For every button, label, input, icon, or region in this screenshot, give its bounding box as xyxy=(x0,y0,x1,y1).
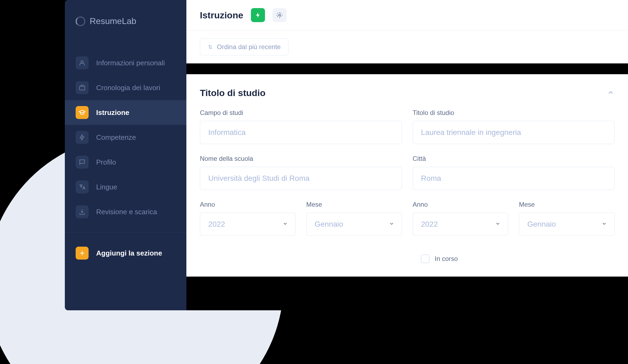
sort-button[interactable]: Ordina dal più recente xyxy=(200,39,288,55)
sidebar-item-label: Informazioni personali xyxy=(96,59,165,67)
ai-suggest-button[interactable] xyxy=(251,8,265,22)
month-to-label: Mese xyxy=(519,201,614,208)
city-label: Città xyxy=(413,155,615,162)
month-to-group: Mese Gennaio xyxy=(519,201,614,236)
year-to-select[interactable]: 2022 xyxy=(413,213,508,236)
sidebar-item-label: Competenze xyxy=(96,133,136,142)
chevron-up-icon xyxy=(607,89,614,96)
degree-group: Titolo di studio xyxy=(413,109,615,144)
briefcase-icon xyxy=(76,81,89,94)
sidebar-item-work-history[interactable]: Cronologia dei lavori xyxy=(65,75,186,100)
chat-icon xyxy=(76,156,89,169)
page-title: Istruzione xyxy=(200,10,243,21)
education-form-card: Titolo di studio Campo di studi Titolo d… xyxy=(186,74,628,277)
sidebar-item-languages[interactable]: Lingue xyxy=(65,175,186,199)
ongoing-row: In corso xyxy=(413,254,615,263)
month-from-group: Mese Gennaio xyxy=(306,201,402,236)
plus-icon: + xyxy=(76,247,89,260)
sidebar-item-label: Cronologia dei lavori xyxy=(96,84,160,92)
logo-text-second: Lab xyxy=(122,16,136,26)
ongoing-label: In corso xyxy=(435,255,458,263)
school-name-group: Nome della scuola xyxy=(200,155,402,190)
sidebar-item-review-download[interactable]: Revisione e scarica xyxy=(65,199,186,224)
sidebar-item-skills[interactable]: Competenze xyxy=(65,125,186,150)
sidebar-item-label: Profilo xyxy=(96,158,116,166)
divider xyxy=(65,232,186,233)
svg-rect-1 xyxy=(79,86,85,90)
date-to-row: Anno 2022 Mese Gennaio xyxy=(413,201,615,236)
year-to-label: Anno xyxy=(413,201,508,208)
sidebar-item-education[interactable]: Istruzione xyxy=(65,100,186,125)
field-of-study-input[interactable] xyxy=(200,121,402,144)
degree-label: Titolo di studio xyxy=(413,109,615,117)
month-from-label: Mese xyxy=(306,201,402,208)
month-from-select[interactable]: Gennaio xyxy=(306,213,402,236)
language-icon xyxy=(76,181,89,193)
svg-point-0 xyxy=(81,60,83,63)
download-icon xyxy=(76,205,89,218)
year-to-group: Anno 2022 xyxy=(413,201,508,236)
year-from-select[interactable]: 2022 xyxy=(200,213,295,236)
field-of-study-label: Campo di studi xyxy=(200,109,402,117)
sidebar-item-label: Istruzione xyxy=(96,108,129,117)
date-from-row: Anno 2022 Mese Gennaio xyxy=(200,201,402,236)
graduation-cap-icon xyxy=(76,106,89,119)
field-of-study-group: Campo di studi xyxy=(200,109,402,144)
header-bar: Istruzione xyxy=(186,0,628,30)
school-name-label: Nome della scuola xyxy=(200,155,402,162)
svg-point-2 xyxy=(278,14,280,16)
city-input[interactable] xyxy=(413,167,615,190)
collapse-button[interactable] xyxy=(607,89,614,97)
logo-text-first: Resume xyxy=(90,16,122,26)
sidebar-item-profile[interactable]: Profilo xyxy=(65,150,186,175)
sort-bar: Ordina dal più recente xyxy=(186,30,628,63)
year-from-group: Anno 2022 xyxy=(200,201,295,236)
degree-input[interactable] xyxy=(413,121,615,144)
user-icon xyxy=(76,56,89,69)
ongoing-checkbox[interactable] xyxy=(421,254,429,263)
sort-label: Ordina dal più recente xyxy=(217,43,281,51)
app-container: ResumeLab Informazioni personali Cronolo… xyxy=(65,0,628,310)
gap xyxy=(186,63,628,74)
sidebar: ResumeLab Informazioni personali Cronolo… xyxy=(65,0,186,310)
lightning-icon xyxy=(76,131,89,144)
sidebar-item-personal-info[interactable]: Informazioni personali xyxy=(65,50,186,75)
card-title: Titolo di studio xyxy=(200,88,266,98)
sidebar-item-label: Lingue xyxy=(96,183,117,191)
month-to-select[interactable]: Gennaio xyxy=(519,213,614,236)
form-grid: Campo di studi Titolo di studio Nome del… xyxy=(200,109,614,263)
add-section-label: Aggiungi la sezione xyxy=(96,249,162,257)
logo-text: ResumeLab xyxy=(90,16,136,26)
logo: ResumeLab xyxy=(65,16,186,26)
add-section-button[interactable]: + Aggiungi la sezione xyxy=(65,241,186,266)
card-header: Titolo di studio xyxy=(200,88,614,98)
logo-icon xyxy=(76,16,85,26)
school-name-input[interactable] xyxy=(200,167,402,190)
main-content: Istruzione Ordina dal più recente Titolo… xyxy=(186,0,628,310)
sort-arrows-icon xyxy=(208,44,213,50)
city-group: Città xyxy=(413,155,615,190)
year-from-label: Anno xyxy=(200,201,295,208)
sidebar-item-label: Revisione e scarica xyxy=(96,208,157,216)
settings-button[interactable] xyxy=(273,8,287,22)
